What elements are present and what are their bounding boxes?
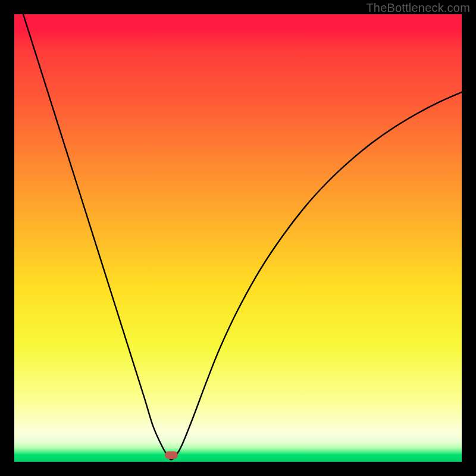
bottleneck-curve — [14, 14, 462, 462]
plot-area — [14, 14, 462, 462]
optimal-point-marker — [165, 452, 178, 459]
watermark-text: TheBottleneck.com — [366, 1, 470, 15]
chart-frame: TheBottleneck.com — [0, 0, 476, 476]
